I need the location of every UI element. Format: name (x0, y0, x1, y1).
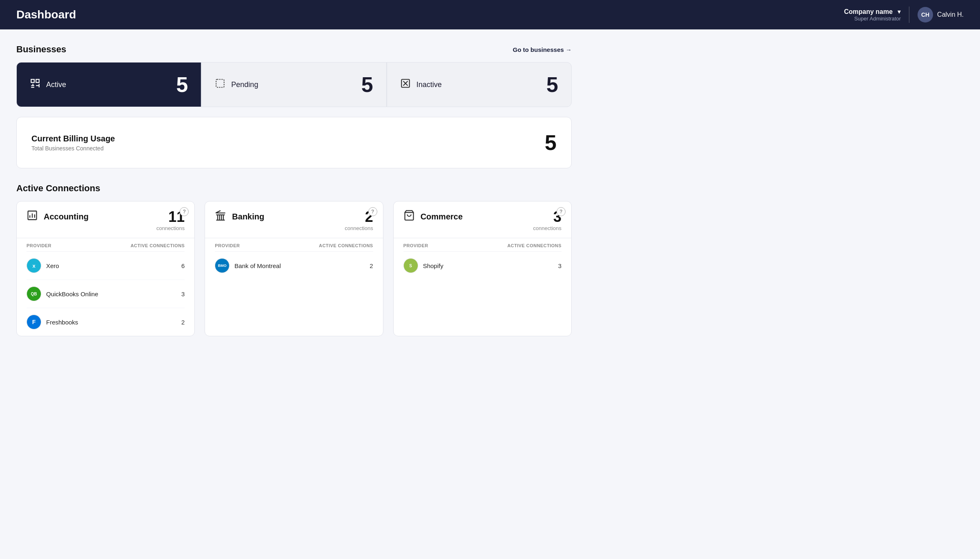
avatar: CH (918, 7, 933, 22)
pending-biz-label: Pending (231, 80, 258, 89)
table-row: BMO Bank of Montreal 2 (215, 252, 373, 280)
commerce-title-row: Commerce (403, 210, 463, 224)
conn-card-banking: Banking 2 connections ? PROVIDER ACTIVE … (205, 201, 383, 336)
banking-table: PROVIDER ACTIVE CONNECTIONS BMO Bank of … (205, 238, 383, 280)
banking-table-header: PROVIDER ACTIVE CONNECTIONS (215, 238, 373, 252)
shopify-name: Shopify (423, 262, 443, 269)
connections-grid: Accounting 11 connections ? PROVIDER ACT… (16, 201, 572, 336)
company-selector[interactable]: Company name ▾ Super Administrator (844, 8, 901, 22)
qbo-name: QuickBooks Online (46, 291, 98, 297)
businesses-section-header: Businesses Go to businesses → (16, 44, 572, 55)
pending-business-icon (215, 78, 225, 91)
svg-rect-0 (31, 79, 34, 83)
header-divider (909, 7, 909, 23)
main-content: Businesses Go to businesses → Active 5 (0, 29, 588, 351)
commerce-table: PROVIDER ACTIVE CONNECTIONS S Shopify 3 (394, 238, 571, 280)
table-row: QB QuickBooks Online 3 (27, 280, 185, 308)
qbo-row-left: QB QuickBooks Online (27, 286, 98, 301)
svg-rect-1 (36, 79, 39, 83)
billing-title: Current Billing Usage (31, 134, 115, 143)
svg-rect-7 (216, 79, 225, 87)
active-biz-label: Active (46, 80, 66, 89)
table-row: x Xero 6 (27, 252, 185, 280)
xero-row-left: x Xero (27, 258, 59, 273)
billing-info: Current Billing Usage Total Businesses C… (31, 134, 115, 152)
accounting-title: Accounting (44, 212, 89, 221)
accounting-help-button[interactable]: ? (180, 207, 189, 216)
banking-connections-label: connections (345, 225, 373, 231)
biz-card-pending-left: Pending (215, 78, 258, 91)
banking-provider-header: PROVIDER (215, 243, 240, 248)
biz-card-active[interactable]: Active 5 (16, 62, 201, 107)
company-name: Company name (844, 8, 893, 16)
banking-title: Banking (232, 212, 264, 221)
biz-card-pending[interactable]: Pending 5 (201, 62, 386, 107)
accounting-provider-header: PROVIDER (27, 243, 51, 248)
banking-card-header: Banking 2 connections ? (205, 201, 383, 238)
freshbooks-row-left: F Freshbooks (27, 315, 78, 329)
commerce-card-header: Commerce 3 connections ? (394, 201, 571, 238)
xero-count: 6 (181, 262, 185, 269)
chevron-down-icon: ▾ (898, 8, 901, 16)
user-name: Calvin H. (937, 11, 964, 18)
billing-count: 5 (545, 130, 557, 155)
accounting-title-row: Accounting (27, 210, 89, 224)
accounting-table: PROVIDER ACTIVE CONNECTIONS x Xero 6 QB … (17, 238, 194, 336)
business-cards-container: Active 5 Pending 5 (16, 62, 572, 107)
inactive-business-icon (400, 78, 411, 91)
businesses-title: Businesses (16, 44, 66, 55)
shopify-logo: S (403, 258, 418, 273)
active-business-icon (30, 78, 40, 91)
commerce-connections-label: connections (533, 225, 561, 231)
xero-logo: x (27, 258, 41, 273)
active-biz-count: 5 (176, 74, 188, 95)
pending-biz-count: 5 (361, 74, 373, 95)
accounting-connections-label: connections (156, 225, 185, 231)
commerce-icon (403, 210, 415, 224)
shopify-row-left: S Shopify (403, 258, 443, 273)
table-row: S Shopify 3 (403, 252, 561, 280)
banking-help-button[interactable]: ? (368, 207, 377, 216)
commerce-table-header: PROVIDER ACTIVE CONNECTIONS (403, 238, 561, 252)
freshbooks-name: Freshbooks (46, 319, 78, 326)
freshbooks-count: 2 (181, 319, 185, 326)
shopify-count: 3 (558, 262, 561, 269)
header: Dashboard Company name ▾ Super Administr… (0, 0, 980, 29)
accounting-icon (27, 210, 38, 224)
freshbooks-logo: F (27, 315, 41, 329)
qbo-logo: QB (27, 286, 41, 301)
biz-card-inactive-left: Inactive (400, 78, 442, 91)
accounting-card-header: Accounting 11 connections ? (17, 201, 194, 238)
bmo-count: 2 (370, 262, 373, 269)
go-to-businesses-link[interactable]: Go to businesses → (513, 46, 572, 53)
active-connections-title: Active Connections (16, 183, 572, 194)
accounting-table-header: PROVIDER ACTIVE CONNECTIONS (27, 238, 185, 252)
inactive-biz-count: 5 (546, 74, 558, 95)
company-role: Super Administrator (854, 16, 901, 22)
commerce-provider-header: PROVIDER (403, 243, 428, 248)
conn-card-accounting: Accounting 11 connections ? PROVIDER ACT… (16, 201, 195, 336)
billing-subtitle: Total Businesses Connected (31, 145, 115, 152)
table-row: F Freshbooks 2 (27, 308, 185, 336)
accounting-active-connections-header: ACTIVE CONNECTIONS (131, 243, 185, 248)
header-right: Company name ▾ Super Administrator CH Ca… (844, 7, 964, 23)
bmo-row-left: BMO Bank of Montreal (215, 258, 281, 273)
conn-card-commerce: Commerce 3 connections ? PROVIDER ACTIVE… (393, 201, 572, 336)
xero-name: Xero (46, 262, 59, 269)
commerce-active-connections-header: ACTIVE CONNECTIONS (507, 243, 561, 248)
qbo-count: 3 (181, 291, 185, 297)
user-profile[interactable]: CH Calvin H. (918, 7, 964, 22)
banking-icon (215, 210, 226, 224)
bmo-name: Bank of Montreal (234, 262, 281, 269)
commerce-help-button[interactable]: ? (557, 207, 566, 216)
biz-card-inactive[interactable]: Inactive 5 (387, 62, 572, 107)
banking-title-row: Banking (215, 210, 264, 224)
bmo-logo: BMO (215, 258, 229, 273)
page-title: Dashboard (16, 8, 76, 21)
banking-active-connections-header: ACTIVE CONNECTIONS (319, 243, 373, 248)
inactive-biz-label: Inactive (416, 80, 442, 89)
biz-card-active-left: Active (30, 78, 66, 91)
commerce-title: Commerce (421, 212, 463, 221)
billing-card: Current Billing Usage Total Businesses C… (16, 117, 572, 168)
